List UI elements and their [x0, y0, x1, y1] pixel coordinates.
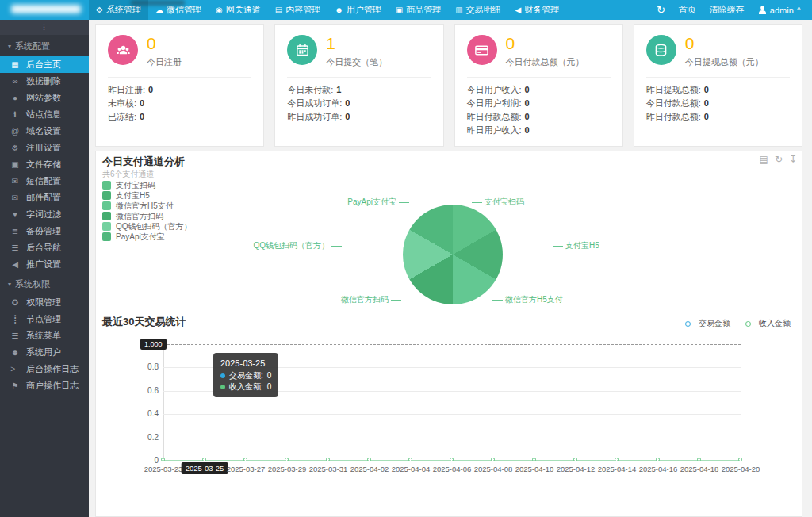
chart-tooltip: 2025-03-25 交易金额:0 收入金额:0: [213, 353, 278, 397]
file-icon: ▤: [275, 6, 282, 14]
legend-marker: [741, 320, 756, 327]
detail-row: 今日成功订单:0: [287, 97, 431, 110]
nav-item-gateway[interactable]: ◉ 网关通道: [209, 0, 268, 20]
nav-item-users[interactable]: ☻ 用户管理: [327, 0, 389, 20]
legend-item[interactable]: PayApi支付宝: [102, 232, 192, 242]
sidebar-item-system-users[interactable]: ☻ 系统用户: [0, 344, 89, 361]
nav-item-trade[interactable]: ▥ 交易明细: [448, 0, 508, 20]
sidebar-group-system-perms[interactable]: ▾ 系统权限: [0, 273, 89, 294]
pie-callout: 支付宝扫码: [472, 197, 524, 208]
x-axis-label: 2025-03-23: [144, 465, 183, 473]
y-axis-label: 0.4: [127, 409, 159, 418]
x-axis-label: 2025-04-02: [350, 465, 389, 473]
stat-cards-row: 0 今日注册 昨日注册:0 未审核:0 已冻结:0 1 今日提交（笔） 今日未付: [95, 24, 802, 147]
refresh-icon[interactable]: ↻: [657, 4, 665, 16]
legend-item[interactable]: 微信官方H5支付: [102, 201, 192, 211]
wechat-icon: ☁: [155, 6, 163, 14]
nav-item-goods[interactable]: ▣ 商品管理: [389, 0, 448, 20]
stat-card-withdrawals: 0 今日提现总额（元） 昨日提现总额:0 今日付款总额:0 昨日付款总额:0: [634, 24, 802, 147]
legend-swatch: [102, 191, 111, 200]
legend-label: 收入金额: [759, 318, 791, 329]
callout-line: [391, 300, 401, 301]
legend-item[interactable]: 收入金额: [741, 318, 791, 329]
callout-line: [492, 300, 503, 301]
detail-row: 今日付款总额:0: [646, 97, 790, 110]
line-chart-title: 最近30天交易统计: [102, 315, 186, 329]
pie-callout: 微信官方扫码: [334, 294, 401, 305]
detail-row: 昨日用户收入:0: [467, 124, 611, 137]
restore-icon[interactable]: ↻: [775, 154, 783, 165]
item-label: 备份管理: [26, 225, 61, 237]
nav-label: 财务管理: [524, 4, 559, 16]
item-label: 系统用户: [26, 347, 61, 358]
charts-panel: 今日支付通道分析 共6个支付通道 ▤ ↻ ↧ 支付宝扫码 支付宝H5 微信官方H…: [95, 151, 802, 517]
item-label: 邮件配置: [26, 192, 61, 204]
calendar-icon: [295, 43, 310, 58]
info-icon: ℹ: [10, 110, 20, 119]
item-label: 商户操作日志: [26, 380, 79, 392]
legend-item[interactable]: 支付宝扫码: [102, 180, 192, 190]
nav-label: 交易明细: [466, 4, 501, 16]
sidebar-collapse[interactable]: ⋮: [0, 20, 89, 35]
user-menu[interactable]: admin ^: [758, 6, 801, 15]
tooltip-row: 交易金额:0: [220, 370, 271, 381]
stat-value: 0: [147, 35, 182, 52]
data-point-marker: [738, 458, 742, 461]
group-label: 系统权限: [15, 278, 50, 290]
detail-row: 今日用户利润:0: [467, 97, 611, 110]
pie-legend: 支付宝扫码 支付宝H5 微信官方H5支付 微信官方扫码 QQ钱包扫码（官方） P…: [102, 180, 192, 242]
envelope-icon: ✉: [10, 177, 20, 186]
database-icon: ≣: [10, 227, 20, 236]
home-link[interactable]: 首页: [679, 4, 696, 16]
sidebar-item-site-params[interactable]: ● 网站参数: [0, 90, 89, 106]
sidebar-item-admin-log[interactable]: >_ 后台操作日志: [0, 361, 89, 377]
pie-chart[interactable]: [403, 205, 503, 304]
legend-item[interactable]: 支付宝H5: [102, 190, 192, 201]
sidebar-item-dashboard[interactable]: ▦ 后台主页: [0, 56, 89, 73]
x-axis-label: 2025-03-29: [268, 465, 307, 473]
legend-item[interactable]: 交易金额: [681, 318, 730, 329]
item-label: 数据删除: [26, 75, 61, 87]
sidebar-item-site-info[interactable]: ℹ 站点信息: [0, 106, 89, 123]
item-label: 文件存储: [26, 159, 61, 170]
nav-label: 用户管理: [347, 4, 381, 16]
logo-blur-small: [131, 0, 185, 6]
sidebar-item-word-filter[interactable]: ▼ 字词过滤: [0, 206, 89, 223]
sidebar-group-system-config[interactable]: ▾ 系统配置: [0, 35, 89, 56]
sidebar-item-mail-config[interactable]: ✉ 邮件配置: [0, 190, 89, 206]
detail-row: 昨日付款总额:0: [467, 110, 611, 124]
sidebar-item-data-delete[interactable]: ∞ 数据删除: [0, 73, 89, 90]
sidebar-item-backup[interactable]: ≣ 备份管理: [0, 223, 89, 239]
data-point-marker: [532, 458, 536, 461]
nav-item-finance[interactable]: ◀ 财务管理: [508, 0, 567, 20]
legend-item[interactable]: QQ钱包扫码（官方）: [102, 221, 192, 232]
sidebar-item-nodes[interactable]: ┋ 节点管理: [0, 311, 89, 327]
detail-row: 昨日成功订单:0: [287, 110, 431, 124]
divider: [646, 77, 790, 78]
sidebar-item-sms-config[interactable]: ✉ 短信配置: [0, 173, 89, 190]
item-label: 后台导航: [26, 242, 61, 254]
nav-item-content[interactable]: ▤ 内容管理: [268, 0, 327, 20]
sidebar-item-permissions[interactable]: ✪ 权限管理: [0, 294, 89, 311]
legend-swatch: [102, 201, 111, 210]
clear-cache-link[interactable]: 清除缓存: [710, 4, 745, 16]
legend-item[interactable]: 微信官方扫码: [102, 211, 192, 221]
stat-card-registrations: 0 今日注册 昨日注册:0 未审核:0 已冻结:0: [95, 24, 264, 147]
stat-label: 今日提现总额（元）: [685, 56, 764, 68]
save-image-icon[interactable]: ↧: [789, 154, 797, 165]
data-view-icon[interactable]: ▤: [760, 154, 768, 165]
callout-line: [553, 246, 563, 247]
sidebar-item-admin-nav[interactable]: ☰ 后台导航: [0, 239, 89, 256]
x-axis-label: 2025-04-04: [392, 465, 431, 473]
legend-label: QQ钱包扫码（官方）: [116, 221, 192, 232]
sidebar-item-merchant-log[interactable]: ⚑ 商户操作日志: [0, 377, 89, 394]
sidebar-item-system-menu[interactable]: ☰ 系统菜单: [0, 327, 89, 344]
sidebar-item-file-storage[interactable]: ▣ 文件存储: [0, 156, 89, 173]
topbar: ⚙ 系统管理 ☁ 微信管理 ◉ 网关通道 ▤ 内容管理 ☻ 用户管理 ▣ 商品管…: [0, 0, 812, 20]
sidebar-item-domain-settings[interactable]: @ 域名设置: [0, 123, 89, 140]
x-axis-label: 2025-04-12: [557, 465, 596, 473]
item-label: 注册设置: [26, 142, 61, 154]
sidebar-item-promotion[interactable]: ◀ 推广设置: [0, 256, 89, 273]
terminal-icon: >_: [10, 365, 20, 373]
sidebar-item-register-settings[interactable]: ⚙ 注册设置: [0, 140, 89, 156]
